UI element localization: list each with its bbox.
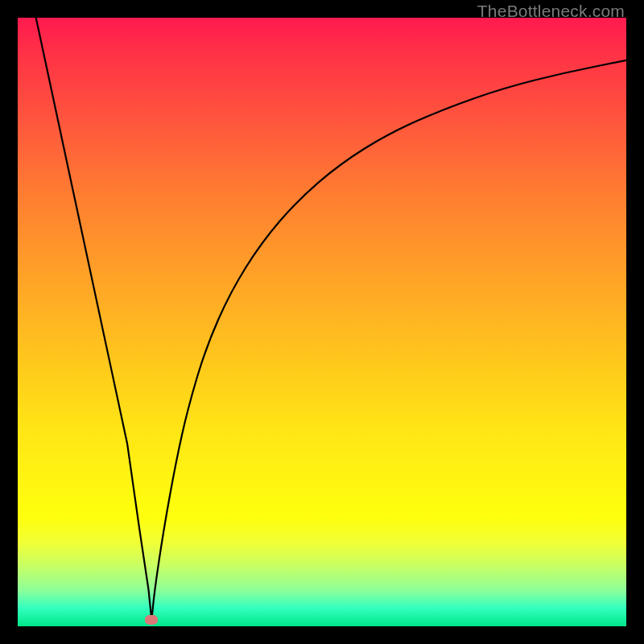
chart-svg <box>18 18 626 626</box>
bottleneck-curve <box>36 18 626 620</box>
bottleneck-minimum-marker <box>145 615 158 625</box>
